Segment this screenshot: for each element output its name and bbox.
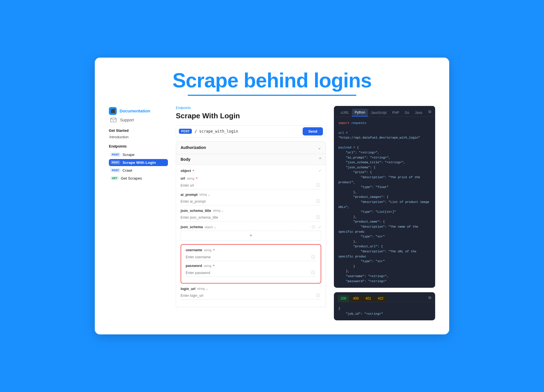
- sidebar-docs-label[interactable]: Documentation: [120, 108, 150, 113]
- url-name: url: [181, 176, 185, 180]
- login-url-label-row: login_url string ⌄: [181, 287, 321, 291]
- post-badge-scrape: POST: [111, 153, 120, 157]
- info-icon: ⓘ: [316, 293, 320, 298]
- response-body: { "job_id": "<string>": [334, 302, 435, 320]
- support-icon: [109, 117, 117, 123]
- password-name: password: [186, 264, 202, 268]
- username-required: *: [213, 248, 215, 252]
- password-required: *: [213, 264, 214, 268]
- endpoint-path: / scrape_with_login: [195, 129, 300, 133]
- url-required: *: [196, 176, 197, 181]
- tab-401[interactable]: 401: [363, 295, 374, 302]
- tab-go[interactable]: Go: [402, 109, 412, 116]
- authorization-section[interactable]: Authorization ⌄: [176, 141, 326, 154]
- json-schema-title-input[interactable]: [181, 214, 321, 221]
- username-field-group: username string * ⓘ: [186, 248, 316, 261]
- username-type: string: [204, 248, 212, 252]
- json-schema-label-row: json_schema object ⌄ ⓘ ⤢: [181, 225, 321, 230]
- tab-200[interactable]: 200: [338, 295, 349, 302]
- endpoints-title: Endpoints: [109, 144, 168, 148]
- url-label-row: url string *: [181, 176, 321, 181]
- copy-icon[interactable]: ⧉: [428, 109, 431, 116]
- code-block: cURL Python JavaScript PHP Go Java ⧉ imp…: [334, 106, 435, 288]
- login-url-input-row: ⓘ: [181, 292, 321, 300]
- password-type: string: [204, 264, 211, 268]
- ai-prompt-label-row: ai_prompt string ⌄: [181, 193, 321, 197]
- ai-prompt-name: ai_prompt: [181, 193, 197, 197]
- json-schema-title-name: json_schema_title: [181, 209, 211, 213]
- username-input[interactable]: [186, 253, 316, 261]
- json-schema-field-group: json_schema object ⌄ ⓘ ⤢ +: [181, 225, 321, 241]
- password-input[interactable]: [186, 269, 316, 277]
- ai-prompt-input[interactable]: [181, 198, 321, 205]
- tab-php[interactable]: PHP: [389, 109, 402, 116]
- code-body: import requests url = "https://api.dataf…: [334, 117, 435, 288]
- url-type: string: [187, 177, 194, 180]
- body-content: object * ⤢ url string *: [176, 165, 326, 307]
- tab-curl[interactable]: cURL: [338, 109, 352, 116]
- tab-400[interactable]: 400: [350, 295, 361, 302]
- code-tabs: cURL Python JavaScript PHP Go Java ⧉: [334, 106, 435, 117]
- username-label-row: username string *: [186, 248, 316, 252]
- sidebar-item-active-label: Scrape With Login: [123, 160, 156, 165]
- chevron-up-icon: ^: [319, 157, 321, 162]
- main-card: Scrape behind logins ⬛ Documentation Sup…: [95, 58, 449, 335]
- password-label-row: password string *: [186, 264, 316, 268]
- username-name: username: [186, 248, 202, 252]
- code-panel: cURL Python JavaScript PHP Go Java ⧉ imp…: [334, 106, 435, 321]
- response-copy-icon[interactable]: ⧉: [428, 295, 431, 302]
- main-layout: ⬛ Documentation Support Get Started Intr…: [109, 106, 435, 321]
- ai-prompt-input-row: ⓘ: [181, 198, 321, 205]
- json-schema-title-type: string ⌄: [213, 209, 224, 212]
- expand-icon[interactable]: ⤢: [318, 225, 321, 229]
- sidebar-introduction[interactable]: Introduction: [109, 135, 168, 139]
- content-area: Endpoints Scrape With Login POST / scrap…: [176, 106, 326, 307]
- info-icon: ⓘ: [316, 183, 320, 188]
- sidebar-item-crawl[interactable]: POST Crawl: [109, 167, 168, 174]
- url-input[interactable]: [181, 182, 321, 189]
- username-input-row: ⓘ: [186, 253, 316, 261]
- json-schema-title-input-row: ⓘ: [181, 214, 321, 221]
- expand-icon[interactable]: ⤢: [318, 169, 321, 173]
- json-schema-type: object ⌄: [204, 225, 216, 229]
- json-schema-title-field-group: json_schema_title string ⌄ ⓘ: [181, 209, 321, 221]
- sidebar: ⬛ Documentation Support Get Started Intr…: [109, 106, 168, 183]
- response-block: 200 400 401 422 ⧉ { "job_id": "<string>": [334, 292, 435, 320]
- auth-label: Authorization: [181, 145, 206, 150]
- response-tabs: 200 400 401 422 ⧉: [334, 292, 435, 302]
- method-badge: POST: [179, 129, 192, 134]
- tab-java[interactable]: Java: [412, 109, 425, 116]
- sidebar-support-label[interactable]: Support: [120, 118, 134, 122]
- object-field-group: object * ⤢: [181, 169, 321, 173]
- sidebar-item-scrape[interactable]: POST Scrape: [109, 151, 168, 158]
- password-input-row: ⓘ: [186, 269, 316, 277]
- login-url-field-group: login_url string ⌄ ⓘ: [181, 287, 321, 300]
- breadcrumb: Endpoints: [176, 106, 326, 110]
- send-button[interactable]: Send: [303, 127, 323, 135]
- tab-422[interactable]: 422: [375, 295, 386, 302]
- tab-javascript[interactable]: JavaScript: [368, 109, 389, 116]
- get-badge: GET: [111, 176, 119, 180]
- docs-icon: ⬛: [109, 107, 117, 115]
- endpoint-bar: POST / scrape_with_login Send: [176, 125, 326, 137]
- sidebar-logo-row: ⬛ Documentation: [109, 107, 168, 115]
- hero-title: Scrape behind logins: [109, 69, 435, 92]
- add-schema-button[interactable]: +: [181, 231, 321, 241]
- login-credentials-section: username string * ⓘ: [181, 244, 321, 284]
- object-required: *: [193, 169, 194, 173]
- sidebar-item-get-scrapes[interactable]: GET Get Scrapes: [109, 175, 168, 182]
- sidebar-support-row: Support: [109, 117, 168, 123]
- info-icon: ⓘ: [316, 199, 320, 204]
- get-started-title: Get Started: [109, 128, 168, 133]
- tab-python[interactable]: Python: [352, 109, 368, 117]
- url-field-group: url string * ⓘ: [181, 176, 321, 189]
- sidebar-item-label: Scrape: [123, 153, 135, 157]
- hero-underline: [188, 95, 356, 96]
- sidebar-item-scrape-with-login[interactable]: POST Scrape With Login: [109, 159, 168, 166]
- url-input-row: ⓘ: [181, 182, 321, 189]
- page-title: Scrape With Login: [176, 112, 326, 120]
- ai-prompt-field-group: ai_prompt string ⌄ ⓘ: [181, 193, 321, 205]
- login-url-input[interactable]: [181, 292, 321, 300]
- info-icon: ⓘ: [311, 270, 315, 275]
- body-header[interactable]: Body ^: [176, 154, 326, 165]
